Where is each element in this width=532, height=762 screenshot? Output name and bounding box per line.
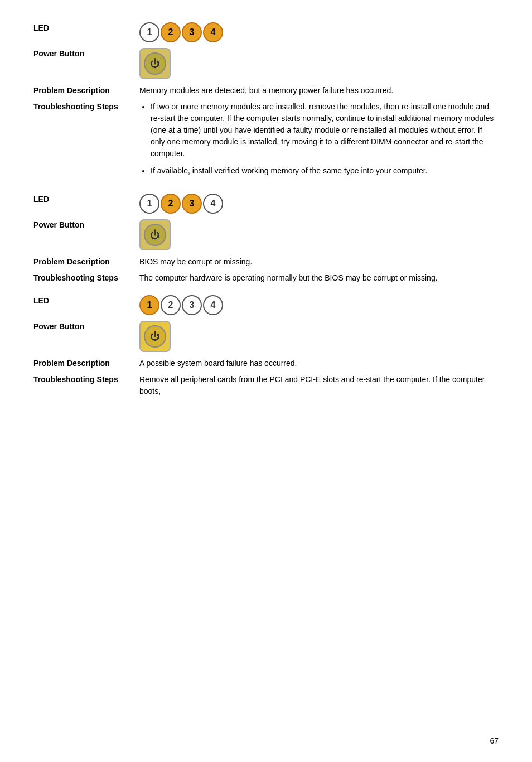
- troubleshooting-row-2: Troubleshooting Steps The computer hardw…: [33, 272, 499, 284]
- troubleshooting-list-1: If two or more memory modules are instal…: [139, 101, 499, 177]
- power-button-wrap-2: ⏻: [139, 219, 171, 250]
- led-3-1: 1: [139, 295, 159, 315]
- troubleshooting-label-2: Troubleshooting Steps: [33, 272, 139, 282]
- led-label-2: LED: [33, 194, 139, 204]
- led-2-1: 1: [139, 194, 159, 214]
- section-2: LED 1 2 3 4 Power Button ⏻: [33, 194, 499, 284]
- led-1-3: 3: [182, 22, 202, 42]
- problem-desc-label-2: Problem Description: [33, 256, 139, 266]
- led-icons-3: 1 2 3 4: [139, 295, 499, 315]
- page-number: 67: [490, 736, 499, 745]
- power-icon-3: ⏻: [150, 329, 160, 344]
- power-icon-1: ⏻: [150, 56, 160, 71]
- problem-desc-text-3: A possible system board failure has occu…: [139, 358, 499, 369]
- problem-desc-row-2: Problem Description BIOS may be corrupt …: [33, 256, 499, 268]
- power-button-inner-2: ⏻: [144, 224, 166, 246]
- led-icons-1: 1 2 3 4: [139, 22, 499, 42]
- power-button-row-1: Power Button ⏻: [33, 48, 499, 79]
- section-3: LED 1 2 3 4 Power Button ⏻: [33, 295, 499, 397]
- power-button-inner-3: ⏻: [144, 325, 166, 348]
- troubleshooting-item-1-1: If two or more memory modules are instal…: [151, 101, 499, 160]
- page-content: LED 1 2 3 4 Power Button ⏻: [0, 0, 532, 438]
- troubleshooting-label-3: Troubleshooting Steps: [33, 374, 139, 384]
- troubleshooting-label-1: Troubleshooting Steps: [33, 101, 139, 111]
- led-3-2: 2: [161, 295, 181, 315]
- led-1-2: 2: [161, 22, 181, 42]
- power-button-wrap-3: ⏻: [139, 321, 171, 352]
- power-button-label-1: Power Button: [33, 48, 139, 58]
- led-3-4: 4: [203, 295, 223, 315]
- section-1: LED 1 2 3 4 Power Button ⏻: [33, 22, 499, 182]
- problem-desc-label-3: Problem Description: [33, 358, 139, 368]
- power-button-row-3: Power Button ⏻: [33, 321, 499, 352]
- power-button-icon-1: ⏻: [139, 48, 499, 79]
- led-row-2: LED 1 2 3 4: [33, 194, 499, 214]
- led-1-4: 4: [203, 22, 223, 42]
- led-2-4: 4: [203, 194, 223, 214]
- power-button-row-2: Power Button ⏻: [33, 219, 499, 250]
- troubleshooting-content-3: Remove all peripheral cards from the PCI…: [139, 374, 499, 397]
- problem-desc-row-3: Problem Description A possible system bo…: [33, 358, 499, 369]
- troubleshooting-content-1: If two or more memory modules are instal…: [139, 101, 499, 182]
- led-row-3: LED 1 2 3 4: [33, 295, 499, 315]
- led-2-3: 3: [182, 194, 202, 214]
- led-label-3: LED: [33, 295, 139, 305]
- power-button-wrap-1: ⏻: [139, 48, 171, 79]
- power-button-label-2: Power Button: [33, 219, 139, 229]
- troubleshooting-content-2: The computer hardware is operating norma…: [139, 272, 499, 284]
- led-label-1: LED: [33, 22, 139, 32]
- led-2-2: 2: [161, 194, 181, 214]
- power-button-icon-3: ⏻: [139, 321, 499, 352]
- power-button-icon-2: ⏻: [139, 219, 499, 250]
- power-button-inner-1: ⏻: [144, 52, 166, 75]
- led-icons-2: 1 2 3 4: [139, 194, 499, 214]
- problem-desc-label-1: Problem Description: [33, 85, 139, 95]
- problem-desc-text-1: Memory modules are detected, but a memor…: [139, 85, 499, 97]
- troubleshooting-item-1-2: If available, install verified working m…: [151, 165, 499, 177]
- problem-desc-row-1: Problem Description Memory modules are d…: [33, 85, 499, 97]
- led-row-1: LED 1 2 3 4: [33, 22, 499, 42]
- power-icon-2: ⏻: [150, 228, 160, 243]
- troubleshooting-row-3: Troubleshooting Steps Remove all periphe…: [33, 374, 499, 397]
- troubleshooting-row-1: Troubleshooting Steps If two or more mem…: [33, 101, 499, 182]
- led-1-1: 1: [139, 22, 159, 42]
- power-button-label-3: Power Button: [33, 321, 139, 331]
- led-3-3: 3: [182, 295, 202, 315]
- problem-desc-text-2: BIOS may be corrupt or missing.: [139, 256, 499, 268]
